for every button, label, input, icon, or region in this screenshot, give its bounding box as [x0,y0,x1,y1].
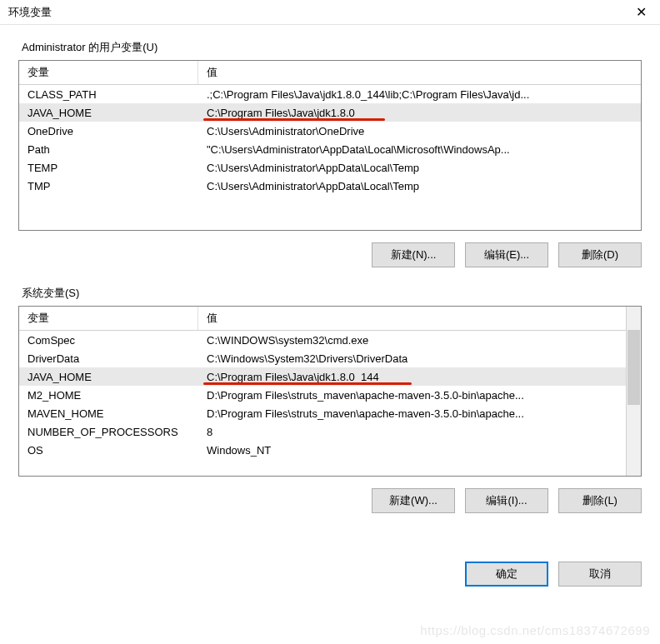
dialog-footer: 确定 取消 [0,562,660,587]
cell-var: OneDrive [19,122,198,140]
cell-val: C:\Program Files\Java\jdk1.8.0 [198,103,641,122]
user-vars-buttons: 新建(N)... 编辑(E)... 删除(D) [18,242,642,267]
cell-var: M2_HOME [19,386,198,404]
table-header: 变量 值 [19,307,641,331]
table-row[interactable]: TMP C:\Users\Administrator\AppData\Local… [19,177,641,195]
cell-var: NUMBER_OF_PROCESSORS [19,422,198,441]
edit-user-var-button[interactable]: 编辑(E)... [465,242,548,267]
delete-sys-var-button[interactable]: 删除(L) [558,488,642,513]
red-underline-annotation [203,382,412,385]
close-icon[interactable]: ✕ [622,0,660,25]
col-variable[interactable]: 变量 [19,61,198,84]
col-value[interactable]: 值 [198,61,641,84]
table-row[interactable]: JAVA_HOME C:\Program Files\Java\jdk1.8.0 [19,103,641,122]
system-vars-group: 系统变量(S) 变量 值 ComSpec C:\WINDOWS\system32… [18,286,642,513]
cell-val-text: C:\Program Files\Java\jdk1.8.0_144 [207,371,379,383]
table-row[interactable]: OS Windows_NT [19,441,641,459]
table-row[interactable]: DriverData C:\Windows\System32\Drivers\D… [19,349,641,367]
titlebar: 环境变量 ✕ [0,0,660,25]
cell-var: CLASS_PATH [19,85,198,103]
table-row[interactable]: CLASS_PATH .;C:\Program Files\Java\jdk1.… [19,85,641,103]
cell-var: DriverData [19,349,198,367]
cell-var: Path [19,140,198,158]
cell-var: TEMP [19,158,198,177]
cell-val-text: C:\Program Files\Java\jdk1.8.0 [207,107,355,119]
ok-button[interactable]: 确定 [465,562,548,587]
table-row[interactable]: NUMBER_OF_PROCESSORS 8 [19,422,641,441]
cell-var: TMP [19,177,198,195]
table-row[interactable]: TEMP C:\Users\Administrator\AppData\Loca… [19,158,641,177]
table-header: 变量 值 [19,61,641,85]
cell-var: JAVA_HOME [19,103,198,122]
system-vars-table[interactable]: 变量 值 ComSpec C:\WINDOWS\system32\cmd.exe… [18,306,642,477]
edit-sys-var-button[interactable]: 编辑(I)... [465,488,548,513]
col-value[interactable]: 值 [198,307,641,330]
cell-val: C:\Users\Administrator\OneDrive [198,122,641,140]
new-sys-var-button[interactable]: 新建(W)... [372,488,455,513]
table-row[interactable]: Path "C:\Users\Administrator\AppData\Loc… [19,140,641,158]
system-vars-buttons: 新建(W)... 编辑(I)... 删除(L) [18,488,642,513]
cell-var: ComSpec [19,331,198,349]
cell-val: C:\Users\Administrator\AppData\Local\Tem… [198,158,641,177]
cell-val: D:\Program Files\struts_maven\apache-mav… [198,404,641,422]
table-row[interactable]: M2_HOME D:\Program Files\struts_maven\ap… [19,386,641,404]
cell-val: C:\WINDOWS\system32\cmd.exe [198,331,641,349]
dialog-content: Administrator 的用户变量(U) 变量 值 CLASS_PATH .… [0,25,660,540]
new-user-var-button[interactable]: 新建(N)... [372,242,455,267]
cell-val: .;C:\Program Files\Java\jdk1.8.0_144\lib… [198,85,641,103]
user-vars-group: Administrator 的用户变量(U) 变量 值 CLASS_PATH .… [18,40,642,267]
col-variable[interactable]: 变量 [19,307,198,330]
table-body: ComSpec C:\WINDOWS\system32\cmd.exe Driv… [19,331,641,459]
cell-var: JAVA_HOME [19,367,198,386]
user-vars-label: Administrator 的用户变量(U) [18,40,642,55]
cell-val: C:\Program Files\Java\jdk1.8.0_144 [198,367,641,386]
table-row[interactable]: ComSpec C:\WINDOWS\system32\cmd.exe [19,331,641,349]
cell-val: 8 [198,422,641,441]
cell-val: D:\Program Files\struts_maven\apache-mav… [198,386,641,404]
window-title: 环境变量 [8,5,622,20]
cell-var: MAVEN_HOME [19,404,198,422]
cell-val: C:\Users\Administrator\AppData\Local\Tem… [198,177,641,195]
cancel-button[interactable]: 取消 [558,562,642,587]
table-row[interactable]: OneDrive C:\Users\Administrator\OneDrive [19,122,641,140]
watermark: https://blog.csdn.net/cms18374672699 [420,623,650,637]
scrollbar[interactable] [626,307,641,476]
cell-val: C:\Windows\System32\Drivers\DriverData [198,349,641,367]
system-vars-label: 系统变量(S) [18,286,642,301]
table-row[interactable]: MAVEN_HOME D:\Program Files\struts_maven… [19,404,641,422]
delete-user-var-button[interactable]: 删除(D) [558,242,642,267]
cell-val: "C:\Users\Administrator\AppData\Local\Mi… [198,140,641,158]
user-vars-table[interactable]: 变量 值 CLASS_PATH .;C:\Program Files\Java\… [18,60,642,231]
table-row[interactable]: JAVA_HOME C:\Program Files\Java\jdk1.8.0… [19,367,641,386]
cell-var: OS [19,441,198,459]
cell-val: Windows_NT [198,441,641,459]
red-underline-annotation [203,118,385,121]
scroll-thumb[interactable] [628,330,640,405]
table-body: CLASS_PATH .;C:\Program Files\Java\jdk1.… [19,85,641,195]
